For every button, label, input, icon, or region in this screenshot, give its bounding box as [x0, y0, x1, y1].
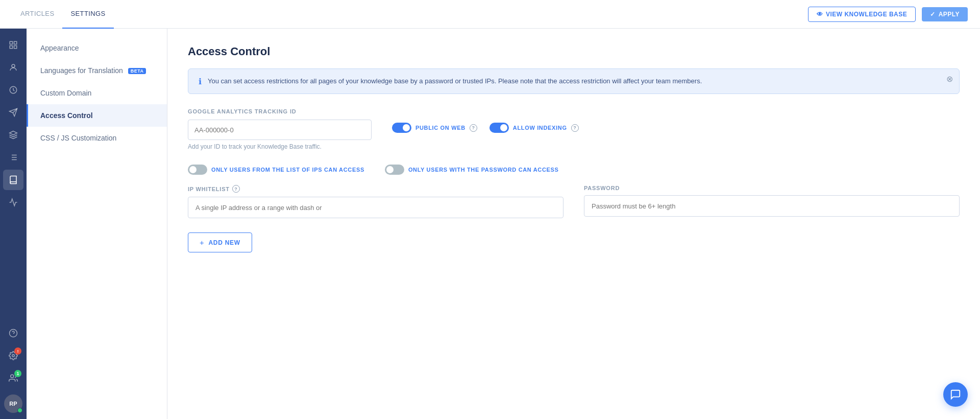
- nav-sidebar: Appearance Languages for Translation BET…: [27, 29, 167, 419]
- public-on-web-group: PUBLIC ON WEB ?: [392, 123, 477, 133]
- ip-access-toggle[interactable]: [188, 165, 207, 175]
- settings-badge: !: [14, 347, 21, 355]
- chat-icon: [950, 389, 961, 400]
- info-banner: ℹ You can set access restrictions for al…: [188, 68, 960, 94]
- public-on-web-toggle[interactable]: [392, 123, 411, 133]
- allow-indexing-toggle[interactable]: [489, 123, 509, 133]
- ga-input-col: Add your ID to track your Knowledge Base…: [188, 120, 372, 150]
- sidebar-icon-list[interactable]: [3, 147, 23, 168]
- sidebar-icon-users[interactable]: [3, 57, 23, 78]
- page-title: Access Control: [188, 45, 960, 58]
- ip-whitelist-group: IP WHITELIST ?: [188, 185, 564, 218]
- sidebar-icon-chart[interactable]: [3, 192, 23, 213]
- ip-whitelist-help-icon[interactable]: ?: [232, 185, 240, 193]
- svg-point-4: [12, 64, 15, 67]
- ga-section-label: GOOGLE ANALYTICS TRACKING ID: [188, 108, 960, 114]
- tab-articles[interactable]: ARTICLES: [12, 0, 62, 29]
- sidebar-icon-help[interactable]: [3, 323, 23, 343]
- plus-icon: +: [200, 238, 204, 247]
- svg-rect-3: [10, 46, 12, 49]
- ip-whitelist-input[interactable]: [188, 197, 564, 218]
- toggles-row: PUBLIC ON WEB ? ALLOW INDEXING ?: [392, 120, 579, 133]
- main-content: Access Control ℹ You can set access rest…: [167, 29, 980, 419]
- svg-point-16: [12, 355, 15, 357]
- password-access-toggle-item: ONLY USERS WITH THE PASSWORD CAN ACCESS: [385, 165, 559, 175]
- nav-item-access-control[interactable]: Access Control: [27, 104, 167, 127]
- password-input[interactable]: [584, 195, 960, 217]
- eye-icon: 👁: [817, 11, 823, 18]
- toggle-knob: [403, 124, 410, 131]
- ip-access-toggle-item: ONLY USERS FROM THE LIST OF IPS CAN ACCE…: [188, 165, 364, 175]
- sidebar-icon-team[interactable]: 1: [3, 368, 23, 388]
- avatar-online-badge: [17, 408, 22, 413]
- toggle-knob: [386, 166, 394, 173]
- tab-settings[interactable]: SETTINGS: [62, 0, 113, 29]
- password-group: PASSWORD: [584, 185, 960, 218]
- allow-indexing-help-icon[interactable]: ?: [571, 124, 579, 132]
- inputs-row: IP WHITELIST ? PASSWORD: [188, 185, 960, 218]
- nav-tabs: ARTICLES SETTINGS: [12, 0, 114, 29]
- info-icon: ℹ: [199, 77, 202, 86]
- svg-marker-7: [10, 131, 17, 135]
- ip-whitelist-label: IP WHITELIST ?: [188, 185, 564, 193]
- toggle-knob: [500, 124, 507, 131]
- check-icon: ✓: [930, 11, 935, 18]
- ga-tracking-input[interactable]: [188, 120, 372, 140]
- svg-rect-2: [14, 46, 17, 49]
- ga-row: Add your ID to track your Knowledge Base…: [188, 120, 960, 150]
- beta-badge: BETA: [128, 68, 146, 74]
- nav-item-appearance[interactable]: Appearance: [27, 37, 167, 59]
- svg-rect-1: [14, 41, 17, 44]
- nav-item-custom-domain[interactable]: Custom Domain: [27, 82, 167, 104]
- svg-rect-0: [10, 41, 12, 44]
- icon-sidebar: ! 1 RP: [0, 29, 27, 419]
- close-banner-button[interactable]: ⊗: [946, 74, 953, 84]
- avatar[interactable]: RP: [4, 394, 22, 413]
- sidebar-icon-layers[interactable]: [3, 125, 23, 145]
- toggle-knob: [189, 166, 197, 173]
- password-access-label: ONLY USERS WITH THE PASSWORD CAN ACCESS: [408, 167, 559, 173]
- svg-point-17: [11, 375, 14, 378]
- top-nav: ARTICLES SETTINGS 👁 VIEW KNOWLEDGE BASE …: [0, 0, 980, 29]
- allow-indexing-label: ALLOW INDEXING: [513, 125, 567, 131]
- team-badge: 1: [14, 370, 21, 377]
- password-label: PASSWORD: [584, 185, 960, 191]
- sidebar-icon-book[interactable]: [3, 170, 23, 190]
- nav-item-languages[interactable]: Languages for Translation BETA: [27, 59, 167, 82]
- password-access-toggle[interactable]: [385, 165, 404, 175]
- ip-access-label: ONLY USERS FROM THE LIST OF IPS CAN ACCE…: [211, 167, 364, 173]
- top-nav-actions: 👁 VIEW KNOWLEDGE BASE ✓ APPLY: [808, 7, 968, 22]
- sidebar-icon-settings[interactable]: !: [3, 345, 23, 366]
- nav-item-css-js[interactable]: CSS / JS Customization: [27, 127, 167, 149]
- add-new-button[interactable]: + ADD NEW: [188, 232, 252, 252]
- access-toggles-row: ONLY USERS FROM THE LIST OF IPS CAN ACCE…: [188, 165, 960, 175]
- apply-button[interactable]: ✓ APPLY: [922, 7, 968, 21]
- public-on-web-help-icon[interactable]: ?: [470, 124, 477, 132]
- allow-indexing-group: ALLOW INDEXING ?: [489, 123, 579, 133]
- sidebar-icon-home[interactable]: [3, 35, 23, 55]
- info-banner-text: You can set access restrictions for all …: [208, 76, 949, 86]
- main-layout: ! 1 RP Appearance Languages for Translat…: [0, 29, 980, 419]
- ga-hint: Add your ID to track your Knowledge Base…: [188, 143, 372, 150]
- chat-widget[interactable]: [943, 382, 968, 407]
- sidebar-icon-send[interactable]: [3, 102, 23, 123]
- view-knowledge-base-button[interactable]: 👁 VIEW KNOWLEDGE BASE: [808, 7, 916, 22]
- sidebar-icon-clock[interactable]: [3, 80, 23, 100]
- public-on-web-label: PUBLIC ON WEB: [415, 125, 465, 131]
